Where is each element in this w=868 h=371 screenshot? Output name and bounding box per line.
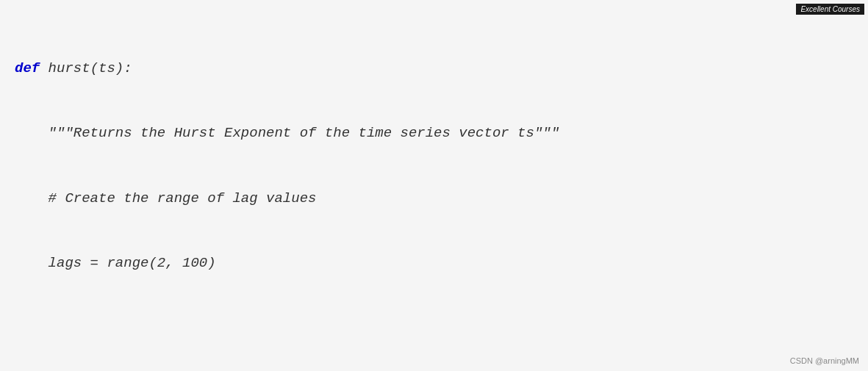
code-line-5: [15, 317, 846, 339]
code-line-3: # Create the range of lag values: [15, 188, 846, 209]
line2-text: """Returns the Hurst Exponent of the tim…: [15, 125, 559, 141]
watermark-bottom-label: CSDN @arningMM: [790, 356, 859, 365]
code-block: def hurst(ts): """Returns the Hurst Expo…: [15, 15, 846, 371]
comment-1: # Create the range of lag values: [15, 190, 316, 206]
code-container: Excellent Courses def hurst(ts): """Retu…: [0, 0, 868, 371]
keyword-def: def: [15, 60, 40, 76]
line1-rest: hurst(ts):: [40, 60, 132, 76]
code-line-2: """Returns the Hurst Exponent of the tim…: [15, 123, 846, 144]
line4-text: lags = range(2, 100): [15, 255, 216, 271]
code-line-4: lags = range(2, 100): [15, 253, 846, 274]
code-line-1: def hurst(ts):: [15, 58, 846, 79]
watermark-top-label: Excellent Courses: [796, 4, 864, 15]
